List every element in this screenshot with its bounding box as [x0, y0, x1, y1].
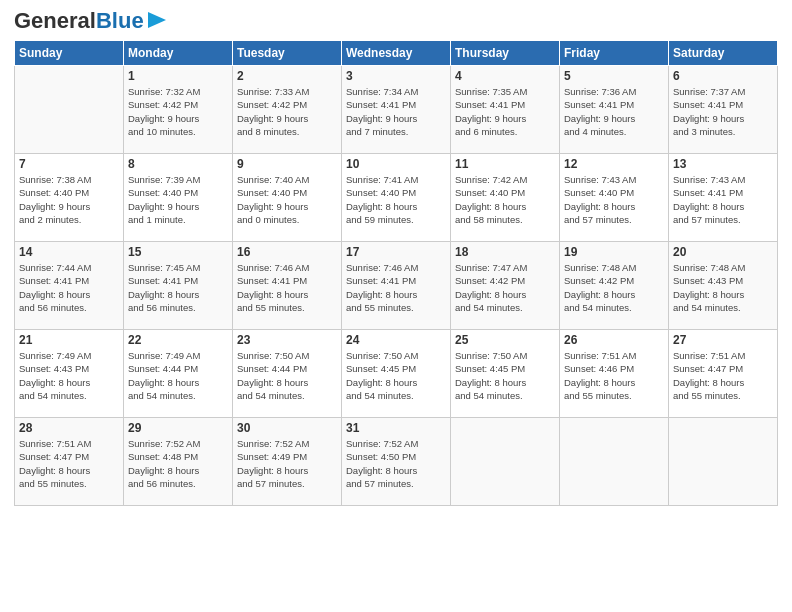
header-cell-thursday: Thursday [451, 41, 560, 66]
day-number: 2 [237, 69, 337, 83]
calendar-cell: 9Sunrise: 7:40 AM Sunset: 4:40 PM Daylig… [233, 154, 342, 242]
day-number: 18 [455, 245, 555, 259]
day-number: 24 [346, 333, 446, 347]
day-number: 5 [564, 69, 664, 83]
logo-general: General [14, 8, 96, 33]
calendar-cell: 29Sunrise: 7:52 AM Sunset: 4:48 PM Dayli… [124, 418, 233, 506]
day-number: 31 [346, 421, 446, 435]
day-number: 23 [237, 333, 337, 347]
calendar-cell: 1Sunrise: 7:32 AM Sunset: 4:42 PM Daylig… [124, 66, 233, 154]
calendar-cell: 20Sunrise: 7:48 AM Sunset: 4:43 PM Dayli… [669, 242, 778, 330]
header-cell-wednesday: Wednesday [342, 41, 451, 66]
day-info: Sunrise: 7:35 AM Sunset: 4:41 PM Dayligh… [455, 85, 555, 138]
calendar-header-row: SundayMondayTuesdayWednesdayThursdayFrid… [15, 41, 778, 66]
header-cell-tuesday: Tuesday [233, 41, 342, 66]
calendar-cell: 21Sunrise: 7:49 AM Sunset: 4:43 PM Dayli… [15, 330, 124, 418]
calendar-cell: 2Sunrise: 7:33 AM Sunset: 4:42 PM Daylig… [233, 66, 342, 154]
logo-text: GeneralBlue [14, 10, 144, 32]
day-info: Sunrise: 7:40 AM Sunset: 4:40 PM Dayligh… [237, 173, 337, 226]
calendar-cell: 3Sunrise: 7:34 AM Sunset: 4:41 PM Daylig… [342, 66, 451, 154]
day-info: Sunrise: 7:34 AM Sunset: 4:41 PM Dayligh… [346, 85, 446, 138]
day-info: Sunrise: 7:48 AM Sunset: 4:43 PM Dayligh… [673, 261, 773, 314]
day-info: Sunrise: 7:51 AM Sunset: 4:47 PM Dayligh… [19, 437, 119, 490]
day-number: 20 [673, 245, 773, 259]
calendar-cell: 22Sunrise: 7:49 AM Sunset: 4:44 PM Dayli… [124, 330, 233, 418]
day-number: 27 [673, 333, 773, 347]
calendar-cell: 14Sunrise: 7:44 AM Sunset: 4:41 PM Dayli… [15, 242, 124, 330]
day-number: 7 [19, 157, 119, 171]
calendar-cell: 18Sunrise: 7:47 AM Sunset: 4:42 PM Dayli… [451, 242, 560, 330]
day-info: Sunrise: 7:33 AM Sunset: 4:42 PM Dayligh… [237, 85, 337, 138]
day-info: Sunrise: 7:52 AM Sunset: 4:49 PM Dayligh… [237, 437, 337, 490]
day-info: Sunrise: 7:51 AM Sunset: 4:47 PM Dayligh… [673, 349, 773, 402]
day-info: Sunrise: 7:38 AM Sunset: 4:40 PM Dayligh… [19, 173, 119, 226]
calendar-cell: 28Sunrise: 7:51 AM Sunset: 4:47 PM Dayli… [15, 418, 124, 506]
calendar-cell: 26Sunrise: 7:51 AM Sunset: 4:46 PM Dayli… [560, 330, 669, 418]
day-number: 28 [19, 421, 119, 435]
day-info: Sunrise: 7:44 AM Sunset: 4:41 PM Dayligh… [19, 261, 119, 314]
day-info: Sunrise: 7:50 AM Sunset: 4:45 PM Dayligh… [346, 349, 446, 402]
day-info: Sunrise: 7:49 AM Sunset: 4:44 PM Dayligh… [128, 349, 228, 402]
day-number: 30 [237, 421, 337, 435]
calendar-cell: 23Sunrise: 7:50 AM Sunset: 4:44 PM Dayli… [233, 330, 342, 418]
day-number: 25 [455, 333, 555, 347]
calendar-week-row: 14Sunrise: 7:44 AM Sunset: 4:41 PM Dayli… [15, 242, 778, 330]
calendar-cell: 12Sunrise: 7:43 AM Sunset: 4:40 PM Dayli… [560, 154, 669, 242]
calendar-cell: 11Sunrise: 7:42 AM Sunset: 4:40 PM Dayli… [451, 154, 560, 242]
day-info: Sunrise: 7:43 AM Sunset: 4:40 PM Dayligh… [564, 173, 664, 226]
calendar-cell: 27Sunrise: 7:51 AM Sunset: 4:47 PM Dayli… [669, 330, 778, 418]
day-number: 3 [346, 69, 446, 83]
day-info: Sunrise: 7:50 AM Sunset: 4:45 PM Dayligh… [455, 349, 555, 402]
day-number: 13 [673, 157, 773, 171]
day-info: Sunrise: 7:47 AM Sunset: 4:42 PM Dayligh… [455, 261, 555, 314]
calendar-cell: 6Sunrise: 7:37 AM Sunset: 4:41 PM Daylig… [669, 66, 778, 154]
day-number: 17 [346, 245, 446, 259]
day-info: Sunrise: 7:36 AM Sunset: 4:41 PM Dayligh… [564, 85, 664, 138]
calendar-cell: 7Sunrise: 7:38 AM Sunset: 4:40 PM Daylig… [15, 154, 124, 242]
calendar-cell [451, 418, 560, 506]
header-cell-friday: Friday [560, 41, 669, 66]
calendar-cell [560, 418, 669, 506]
calendar-table: SundayMondayTuesdayWednesdayThursdayFrid… [14, 40, 778, 506]
calendar-cell: 15Sunrise: 7:45 AM Sunset: 4:41 PM Dayli… [124, 242, 233, 330]
calendar-cell: 31Sunrise: 7:52 AM Sunset: 4:50 PM Dayli… [342, 418, 451, 506]
calendar-cell: 4Sunrise: 7:35 AM Sunset: 4:41 PM Daylig… [451, 66, 560, 154]
day-info: Sunrise: 7:46 AM Sunset: 4:41 PM Dayligh… [346, 261, 446, 314]
day-info: Sunrise: 7:48 AM Sunset: 4:42 PM Dayligh… [564, 261, 664, 314]
day-info: Sunrise: 7:42 AM Sunset: 4:40 PM Dayligh… [455, 173, 555, 226]
day-info: Sunrise: 7:37 AM Sunset: 4:41 PM Dayligh… [673, 85, 773, 138]
day-info: Sunrise: 7:39 AM Sunset: 4:40 PM Dayligh… [128, 173, 228, 226]
day-number: 4 [455, 69, 555, 83]
day-info: Sunrise: 7:51 AM Sunset: 4:46 PM Dayligh… [564, 349, 664, 402]
day-number: 29 [128, 421, 228, 435]
calendar-cell: 25Sunrise: 7:50 AM Sunset: 4:45 PM Dayli… [451, 330, 560, 418]
calendar-cell: 8Sunrise: 7:39 AM Sunset: 4:40 PM Daylig… [124, 154, 233, 242]
day-number: 1 [128, 69, 228, 83]
calendar-week-row: 28Sunrise: 7:51 AM Sunset: 4:47 PM Dayli… [15, 418, 778, 506]
logo: GeneralBlue [14, 10, 166, 32]
day-info: Sunrise: 7:32 AM Sunset: 4:42 PM Dayligh… [128, 85, 228, 138]
day-info: Sunrise: 7:52 AM Sunset: 4:50 PM Dayligh… [346, 437, 446, 490]
day-number: 9 [237, 157, 337, 171]
day-info: Sunrise: 7:41 AM Sunset: 4:40 PM Dayligh… [346, 173, 446, 226]
day-number: 14 [19, 245, 119, 259]
day-info: Sunrise: 7:49 AM Sunset: 4:43 PM Dayligh… [19, 349, 119, 402]
calendar-week-row: 1Sunrise: 7:32 AM Sunset: 4:42 PM Daylig… [15, 66, 778, 154]
header-cell-sunday: Sunday [15, 41, 124, 66]
header-cell-monday: Monday [124, 41, 233, 66]
logo-blue: Blue [96, 8, 144, 33]
day-info: Sunrise: 7:45 AM Sunset: 4:41 PM Dayligh… [128, 261, 228, 314]
calendar-cell: 24Sunrise: 7:50 AM Sunset: 4:45 PM Dayli… [342, 330, 451, 418]
page-container: GeneralBlue SundayMondayTuesdayWednesday… [0, 0, 792, 514]
day-number: 15 [128, 245, 228, 259]
header-cell-saturday: Saturday [669, 41, 778, 66]
calendar-week-row: 7Sunrise: 7:38 AM Sunset: 4:40 PM Daylig… [15, 154, 778, 242]
calendar-week-row: 21Sunrise: 7:49 AM Sunset: 4:43 PM Dayli… [15, 330, 778, 418]
day-info: Sunrise: 7:43 AM Sunset: 4:41 PM Dayligh… [673, 173, 773, 226]
calendar-cell: 10Sunrise: 7:41 AM Sunset: 4:40 PM Dayli… [342, 154, 451, 242]
day-number: 10 [346, 157, 446, 171]
day-number: 6 [673, 69, 773, 83]
calendar-cell: 13Sunrise: 7:43 AM Sunset: 4:41 PM Dayli… [669, 154, 778, 242]
day-info: Sunrise: 7:52 AM Sunset: 4:48 PM Dayligh… [128, 437, 228, 490]
svg-marker-0 [148, 12, 166, 28]
